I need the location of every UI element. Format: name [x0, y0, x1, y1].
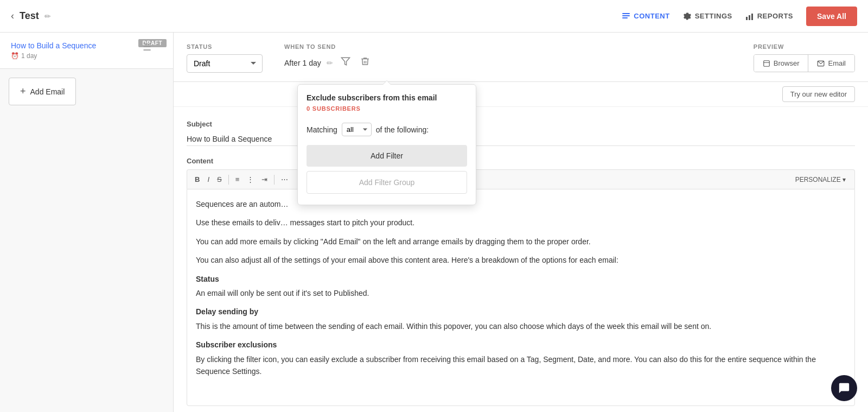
italic-icon: I — [207, 175, 209, 183]
new-editor-banner: Try our new editor — [174, 82, 868, 107]
personalize-label: PERSONALIZE ▾ — [795, 176, 846, 183]
status-heading: Status — [196, 273, 846, 285]
save-all-button[interactable]: Save All — [806, 7, 857, 26]
when-to-send-value: After 1 day — [284, 59, 321, 67]
new-editor-button[interactable]: Try our new editor — [782, 86, 855, 102]
italic-button[interactable]: I — [204, 173, 213, 186]
email-delay: ⏰ 1 day — [11, 52, 162, 60]
clock-icon: ⏰ — [11, 52, 19, 60]
content-p2: Use these emails to deliv… messages star… — [196, 217, 846, 229]
svg-rect-1 — [622, 15, 630, 16]
subject-input[interactable] — [187, 132, 855, 146]
unordered-list-button[interactable]: ≡ — [232, 173, 243, 186]
plus-icon: + — [20, 86, 26, 97]
preview-controls: PREVIEW Browser Email — [754, 43, 855, 72]
nav-left: ‹ Test ✏ — [11, 10, 51, 22]
nav-reports[interactable]: REPORTS — [745, 12, 793, 21]
matching-select[interactable]: all any — [342, 123, 372, 136]
svg-rect-0 — [622, 13, 630, 14]
when-to-send-group: WHEN TO SEND After 1 day ✏ — [284, 43, 372, 71]
exclusions-heading: Subscriber exclusions — [196, 339, 846, 351]
nav-content[interactable]: CONTENT — [622, 12, 669, 21]
of-following-label: of the following: — [376, 125, 429, 134]
sidebar: DRAFT How to Build a Sequence ⏰ 1 day ☰ … — [0, 33, 174, 412]
bold-button[interactable]: B — [192, 173, 203, 186]
nav-reports-label: REPORTS — [757, 12, 793, 20]
content-p4: You can also adjust all of the settings … — [196, 254, 846, 266]
content-p3: You can add more emails by clicking "Add… — [196, 236, 846, 248]
editor-toolbar: B I S ≡ ⋮ ⇥ ⋯ PERSONALIZE ▾ — [187, 169, 855, 189]
ordered-list-button[interactable]: ⋮ — [244, 173, 257, 186]
popover-header: Exclude subscribers from this email 0 SU… — [298, 85, 476, 116]
email-settings-bar: STATUS Draft Published WHEN TO SEND Afte… — [174, 33, 868, 82]
popover-footer — [298, 200, 476, 205]
svg-rect-2 — [622, 17, 628, 18]
popover-subscribers-count: 0 SUBSCRIBERS — [307, 105, 467, 112]
main-content: STATUS Draft Published WHEN TO SEND Afte… — [174, 33, 868, 412]
svg-rect-5 — [751, 14, 753, 20]
subject-group: Subject — [187, 120, 855, 146]
preview-label: PREVIEW — [754, 43, 855, 50]
ul-icon: ≡ — [235, 175, 240, 183]
editor-content[interactable]: Sequences are an autom… Use these emails… — [187, 189, 855, 406]
delete-button[interactable] — [358, 54, 372, 71]
edit-delay-icon[interactable]: ✏ — [327, 59, 333, 67]
delay-value: 1 day — [21, 52, 37, 60]
delay-body: This is the amount of time between the s… — [196, 320, 846, 332]
status-group: STATUS Draft Published — [187, 43, 263, 73]
hamburger-icon[interactable]: ☰ — [143, 41, 151, 53]
add-filter-group-button[interactable]: Add Filter Group — [307, 171, 467, 194]
preview-browser-button[interactable]: Browser — [754, 55, 809, 72]
strikethrough-icon: S — [217, 175, 222, 183]
popover-body: Matching all any of the following: Add F… — [298, 116, 476, 200]
personalize-button[interactable]: PERSONALIZE ▾ — [791, 174, 850, 186]
subject-label: Subject — [187, 120, 855, 128]
when-to-send-label: WHEN TO SEND — [284, 43, 372, 50]
indent-icon: ⇥ — [261, 175, 267, 183]
email-form: Subject Content B I S ≡ ⋮ ⇥ ⋯ PERSONALIZ… — [174, 107, 868, 412]
svg-rect-7 — [764, 60, 770, 66]
matching-row: Matching all any of the following: — [307, 123, 467, 136]
preview-group: PREVIEW Browser Email — [754, 43, 855, 72]
preview-email-button[interactable]: Email — [808, 55, 854, 72]
add-email-button[interactable]: + Add Email — [9, 78, 76, 105]
status-label: STATUS — [187, 43, 263, 50]
edit-title-icon[interactable]: ✏ — [44, 12, 51, 21]
svg-rect-4 — [749, 15, 750, 20]
toolbar-separator-1 — [228, 175, 229, 185]
add-filter-button[interactable]: Add Filter — [307, 145, 467, 167]
delay-heading: Delay sending by — [196, 306, 846, 318]
sidebar-email-item: DRAFT How to Build a Sequence ⏰ 1 day ☰ — [0, 33, 173, 69]
content-label: Content — [187, 157, 855, 165]
content-group: Content B I S ≡ ⋮ ⇥ ⋯ PERSONALIZE ▾ S — [187, 157, 855, 406]
status-select[interactable]: Draft Published — [187, 54, 263, 73]
when-to-send-row: After 1 day ✏ — [284, 54, 372, 71]
chat-bubble[interactable] — [831, 375, 857, 401]
nav-settings-label: SETTINGS — [695, 12, 732, 20]
content-p1: Sequences are an autom… — [196, 198, 846, 210]
add-email-label: Add Email — [30, 87, 65, 96]
nav-settings[interactable]: SETTINGS — [683, 12, 732, 21]
nav-content-label: CONTENT — [634, 12, 669, 20]
indent-button[interactable]: ⇥ — [258, 173, 271, 186]
strikethrough-button[interactable]: S — [214, 173, 225, 186]
svg-marker-6 — [341, 58, 349, 65]
matching-label: Matching — [307, 125, 337, 134]
more-toolbar-button[interactable]: ⋯ — [278, 173, 291, 186]
back-button[interactable]: ‹ — [11, 10, 14, 22]
top-navigation: ‹ Test ✏ CONTENT SETTINGS REPORTS Save A… — [0, 0, 868, 33]
app-title: Test — [20, 10, 39, 22]
popover-title: Exclude subscribers from this email — [307, 93, 467, 102]
nav-right: CONTENT SETTINGS REPORTS Save All — [622, 7, 857, 26]
bold-icon: B — [195, 175, 200, 183]
preview-browser-label: Browser — [774, 59, 800, 67]
exclude-subscribers-popover: Exclude subscribers from this email 0 SU… — [297, 84, 476, 205]
exclusions-body: By clicking the filter icon, you can eas… — [196, 353, 846, 378]
filter-button[interactable] — [339, 54, 353, 71]
preview-email-label: Email — [828, 59, 846, 67]
status-body: An email will only be sent out if it's s… — [196, 287, 846, 299]
toolbar-separator-2 — [274, 175, 275, 185]
preview-buttons: Browser Email — [754, 54, 855, 72]
svg-rect-3 — [746, 17, 748, 20]
ol-icon: ⋮ — [247, 175, 254, 183]
